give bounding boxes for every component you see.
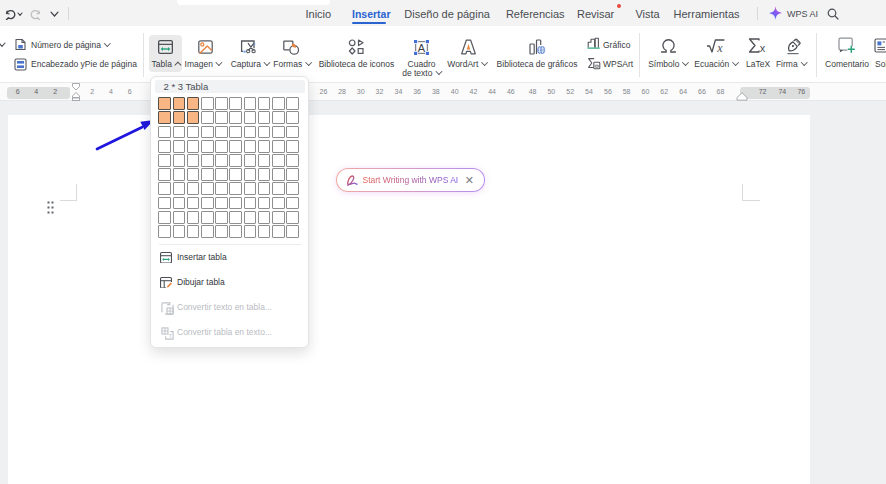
- svg-text:x: x: [716, 41, 723, 53]
- svg-text:T: T: [168, 332, 172, 338]
- svg-text:A: A: [418, 42, 426, 54]
- svg-text:x: x: [760, 42, 766, 54]
